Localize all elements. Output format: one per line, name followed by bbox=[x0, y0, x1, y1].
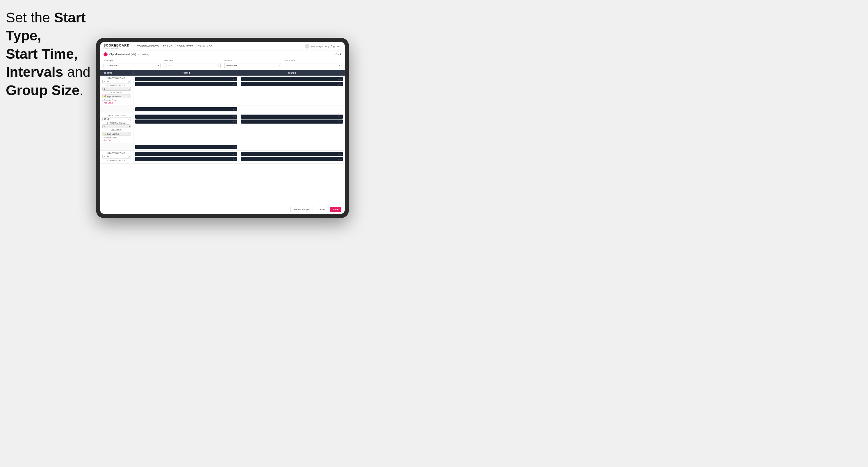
tablet-frame: SCOREBOARD Powered by clippd TOURNAMENTS… bbox=[96, 38, 349, 218]
start-type-wrapper: 1st Tee Start bbox=[103, 62, 160, 68]
player-x-icon[interactable]: × bbox=[232, 78, 234, 80]
player-x-icon[interactable]: × bbox=[339, 83, 340, 85]
remove-icon: ○ bbox=[102, 99, 103, 101]
player-row: × ○ bbox=[135, 115, 237, 119]
player-edit-icon[interactable]: ○ bbox=[341, 158, 342, 160]
group-1-hole-select[interactable]: 1 bbox=[102, 87, 131, 91]
group-1-time-input[interactable] bbox=[102, 80, 131, 84]
breadcrumb-tournament[interactable]: Clippd Invitational (Me) bbox=[109, 53, 136, 56]
group-2-time-input[interactable] bbox=[102, 117, 131, 121]
group-1-remove-btn[interactable]: ○ Remove Group bbox=[102, 99, 117, 101]
start-type-select[interactable]: 1st Tee Start bbox=[103, 63, 160, 68]
group-3-team2: × ○ × ○ bbox=[239, 151, 345, 163]
instruction-line2: Start Time, bbox=[6, 46, 78, 62]
breadcrumb-section: Hosting bbox=[141, 53, 150, 56]
intervals-select[interactable]: 10 Minutes bbox=[224, 63, 281, 68]
player-edit-icon[interactable]: ○ bbox=[341, 153, 342, 155]
start-type-group: Start Type 1st Tee Start bbox=[103, 60, 160, 68]
group-row-1b: × ○ bbox=[100, 106, 345, 113]
group-row-1: STARTING TIME: STARTING HOLE: 1 COURSE: bbox=[100, 75, 345, 106]
player-icons: × ○ bbox=[232, 108, 236, 111]
remove-icon: ○ bbox=[102, 137, 103, 139]
player-x-icon[interactable]: × bbox=[339, 116, 340, 118]
player-edit-icon[interactable]: ○ bbox=[235, 78, 236, 80]
player-icons: × ○ bbox=[339, 83, 342, 85]
player-edit-icon[interactable]: ○ bbox=[235, 83, 236, 85]
group-size-label: Group Size bbox=[285, 60, 342, 62]
player-icons: × ○ bbox=[232, 116, 236, 118]
group-1-left: STARTING TIME: STARTING HOLE: 1 COURSE: bbox=[100, 75, 133, 105]
course-remove-x[interactable]: × bbox=[128, 133, 129, 135]
player-row: × ○ bbox=[135, 145, 237, 149]
group-size-wrapper: 3 bbox=[285, 62, 342, 68]
player-edit-icon[interactable]: ○ bbox=[235, 116, 236, 118]
sign-out-link[interactable]: Sign out bbox=[331, 43, 341, 49]
player-x-icon[interactable]: × bbox=[232, 108, 234, 111]
player-x-icon[interactable]: × bbox=[339, 158, 340, 160]
nav-bar: SCOREBOARD Powered by clippd TOURNAMENTS… bbox=[100, 42, 345, 51]
player-row: × ○ bbox=[241, 120, 343, 124]
player-x-icon[interactable]: × bbox=[232, 116, 234, 118]
group-2-team1: × ○ × ○ bbox=[133, 113, 239, 143]
course-remove-x[interactable]: × bbox=[128, 95, 129, 97]
user-email: blair@clippd.io bbox=[311, 45, 327, 48]
intervals-wrapper: 10 Minutes bbox=[224, 62, 281, 68]
player-edit-icon[interactable]: ○ bbox=[341, 78, 342, 80]
player-row: × ○ bbox=[135, 157, 237, 161]
player-x-icon[interactable]: × bbox=[339, 153, 340, 155]
col-team1: Team 1 bbox=[133, 70, 239, 75]
player-x-icon[interactable]: × bbox=[232, 158, 234, 160]
group-1b-left bbox=[100, 106, 133, 113]
table-header: Tee Time Team 1 Team 2 bbox=[100, 70, 345, 75]
group-2b-left bbox=[100, 143, 133, 150]
group-2-add-btn[interactable]: + Add Group bbox=[102, 139, 113, 142]
group-3-time-wrapper bbox=[102, 155, 131, 159]
bottom-bar: Reset Changes Cancel Save bbox=[100, 205, 345, 214]
group-row-2b: × ○ bbox=[100, 143, 345, 151]
nav-teams[interactable]: TEAMS bbox=[163, 43, 173, 49]
clippd-icon: C bbox=[103, 52, 107, 56]
group-2-course-label: COURSE: bbox=[102, 129, 131, 131]
group-1-hole-wrapper: 1 bbox=[102, 87, 131, 92]
player-row: × ○ bbox=[135, 77, 237, 81]
group-2b-team1: × ○ bbox=[133, 143, 239, 150]
save-button[interactable]: Save bbox=[330, 207, 341, 212]
player-edit-icon[interactable]: ○ bbox=[235, 108, 236, 111]
player-x-icon[interactable]: × bbox=[232, 121, 234, 123]
group-1-add-btn[interactable]: + Add Group bbox=[102, 101, 113, 104]
player-edit-icon[interactable]: ○ bbox=[235, 153, 236, 155]
player-row: × ○ bbox=[241, 152, 343, 156]
reset-changes-button[interactable]: Reset Changes bbox=[290, 207, 313, 212]
group-3-time-input[interactable] bbox=[102, 155, 131, 158]
player-edit-icon[interactable]: ○ bbox=[341, 121, 342, 123]
player-edit-icon[interactable]: ○ bbox=[235, 158, 236, 160]
group-size-group: Group Size 3 bbox=[285, 60, 342, 68]
player-edit-icon[interactable]: ○ bbox=[341, 116, 342, 118]
group-size-select[interactable]: 3 bbox=[285, 63, 342, 68]
nav-tournaments[interactable]: TOURNAMENTS bbox=[137, 43, 159, 49]
group-1-course-label: COURSE: bbox=[102, 92, 131, 94]
cancel-button[interactable]: Cancel bbox=[315, 207, 328, 212]
nav-rankings[interactable]: RANKINGS bbox=[198, 43, 213, 49]
start-time-label: Start Time bbox=[164, 60, 221, 62]
player-x-icon[interactable]: × bbox=[232, 146, 234, 148]
start-type-label: Start Type bbox=[103, 60, 160, 62]
start-time-input[interactable] bbox=[164, 63, 221, 68]
nav-committee[interactable]: COMMITTEE bbox=[177, 43, 194, 49]
player-x-icon[interactable]: × bbox=[339, 121, 340, 123]
player-row: × ○ bbox=[135, 120, 237, 124]
back-button[interactable]: ‹ Back bbox=[334, 53, 341, 56]
group-2-time-wrapper bbox=[102, 117, 131, 122]
group-2-hole-select[interactable]: 1 bbox=[102, 124, 131, 128]
player-x-icon[interactable]: × bbox=[232, 153, 234, 155]
player-x-icon[interactable]: × bbox=[232, 83, 234, 85]
instruction-line4: and bbox=[63, 64, 90, 80]
player-icons: × ○ bbox=[232, 78, 236, 80]
player-row: × ○ bbox=[135, 82, 237, 86]
player-x-icon[interactable]: × bbox=[339, 78, 340, 80]
player-edit-icon[interactable]: ○ bbox=[235, 121, 236, 123]
player-edit-icon[interactable]: ○ bbox=[341, 83, 342, 85]
player-row: × ○ bbox=[241, 157, 343, 161]
group-2-remove-btn[interactable]: ○ Remove Group bbox=[102, 136, 117, 139]
player-edit-icon[interactable]: ○ bbox=[235, 146, 236, 148]
